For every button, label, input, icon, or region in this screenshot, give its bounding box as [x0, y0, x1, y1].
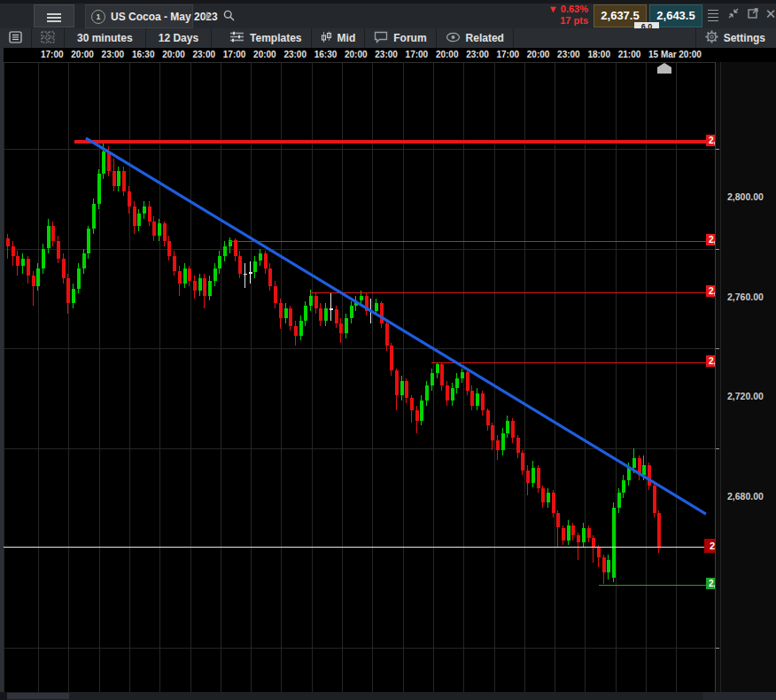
- price-axis-border: [715, 48, 716, 693]
- collapse-window-icon[interactable]: [726, 7, 741, 21]
- candle: [577, 535, 580, 542]
- candle: [32, 276, 35, 285]
- candle: [163, 223, 167, 241]
- time-axis-label: 16:30: [132, 50, 155, 59]
- candle: [496, 440, 500, 450]
- candle: [66, 278, 70, 303]
- candle: [279, 303, 283, 318]
- candle: [461, 372, 464, 378]
- candle: [556, 513, 560, 528]
- time-gridline: [221, 62, 221, 692]
- mid-price-button[interactable]: Mid: [312, 28, 366, 48]
- stacked-lines-icon[interactable]: [708, 7, 718, 21]
- candle: [27, 259, 30, 276]
- candle: [304, 306, 307, 321]
- time-gridline: [251, 62, 252, 692]
- time-axis-label: 17:00: [41, 50, 64, 59]
- chart-canvas[interactable]: 2,802.762,763.072,742.332,714.182,640.50…: [0, 0, 776, 700]
- settings-button[interactable]: Settings: [695, 28, 776, 48]
- time-gridline: [403, 62, 404, 692]
- candle: [648, 465, 651, 486]
- resistance-line[interactable]: [229, 241, 706, 242]
- time-axis-label: 23:00: [102, 50, 125, 59]
- candle: [642, 465, 646, 475]
- settings-label: Settings: [724, 32, 765, 44]
- time-axis-label: 23:00: [375, 50, 398, 59]
- candle: [330, 308, 333, 310]
- resistance-line[interactable]: [310, 292, 706, 293]
- time-gridline: [555, 62, 555, 692]
- time-axis-label: 17:00: [223, 50, 246, 59]
- candle: [350, 306, 353, 318]
- popout-window-icon[interactable]: [746, 7, 760, 21]
- time-axis-label: 23:00: [466, 50, 489, 59]
- price-axis[interactable]: 2,800.002,760.002,720.002,680.002,600.00: [715, 48, 776, 693]
- time-axis[interactable]: 17:0020:0023:0016:3020:0023:0017:0020:00…: [0, 48, 776, 62]
- time-gridline: [159, 62, 160, 692]
- close-window-icon[interactable]: ✕: [764, 7, 776, 21]
- candle: [481, 393, 485, 411]
- time-gridline: [342, 62, 343, 692]
- candle: [183, 268, 187, 284]
- candle: [431, 373, 434, 385]
- time-gridline: [524, 62, 525, 692]
- templates-button[interactable]: Templates: [221, 28, 311, 48]
- candle: [249, 272, 252, 274]
- candle: [244, 274, 247, 276]
- time-axis-label: 21:00: [618, 50, 641, 59]
- candle: [617, 493, 621, 508]
- forum-label: Forum: [393, 32, 426, 44]
- candle: [380, 303, 384, 323]
- candle: [552, 493, 555, 513]
- candle: [446, 385, 449, 401]
- interval-selector[interactable]: 30 minutes: [65, 28, 146, 48]
- time-gridline: [372, 62, 373, 692]
- layout-button[interactable]: [32, 28, 65, 48]
- time-gridline: [616, 62, 617, 692]
- candle: [77, 268, 81, 289]
- candle: [420, 401, 423, 421]
- candle: [117, 171, 120, 186]
- time-axis-label: 23:00: [557, 50, 580, 59]
- related-button[interactable]: Related: [437, 28, 514, 48]
- candle: [122, 171, 126, 191]
- search-icon[interactable]: [223, 9, 235, 25]
- candle: [567, 525, 570, 541]
- candle: [173, 256, 176, 271]
- candle: [532, 468, 535, 483]
- horizontal-scrollbar[interactable]: [0, 692, 776, 700]
- trading-chart-window: 2,802.762,763.072,742.332,714.182,640.50…: [0, 0, 776, 700]
- interval-label: 30 minutes: [77, 32, 133, 44]
- price-axis-label: 2,680.00: [727, 491, 764, 502]
- time-axis-border: [0, 62, 715, 63]
- candle: [47, 226, 50, 248]
- candle: [289, 308, 292, 326]
- candle: [607, 560, 610, 572]
- candle: [582, 528, 586, 543]
- candle: [653, 486, 656, 513]
- resistance-line[interactable]: [74, 140, 706, 144]
- forum-button[interactable]: Forum: [365, 28, 436, 48]
- tab-us-cocoa[interactable]: 1 US Cocoa - May 2023: [85, 4, 193, 28]
- chart-list-button[interactable]: [0, 28, 32, 48]
- time-axis-label: 23:00: [193, 50, 216, 59]
- time-gridline: [646, 62, 647, 692]
- candle: [264, 253, 268, 268]
- candle: [133, 206, 136, 227]
- resistance-line[interactable]: [431, 362, 706, 363]
- price-axis-label: 2,720.00: [727, 391, 764, 401]
- scrollbar-thumb[interactable]: [7, 693, 69, 699]
- candle: [440, 364, 444, 385]
- range-selector[interactable]: 12 Days: [146, 28, 212, 48]
- candle: [128, 191, 131, 206]
- candle: [562, 528, 565, 541]
- new-tab-button[interactable]: +: [198, 4, 216, 27]
- candle: [238, 256, 242, 274]
- candle: [511, 421, 515, 439]
- candle: [42, 249, 45, 269]
- candle: [213, 268, 217, 281]
- candle: [16, 256, 19, 266]
- candle: [612, 508, 616, 578]
- main-menu-button[interactable]: [34, 4, 74, 27]
- support-line[interactable]: [599, 585, 706, 586]
